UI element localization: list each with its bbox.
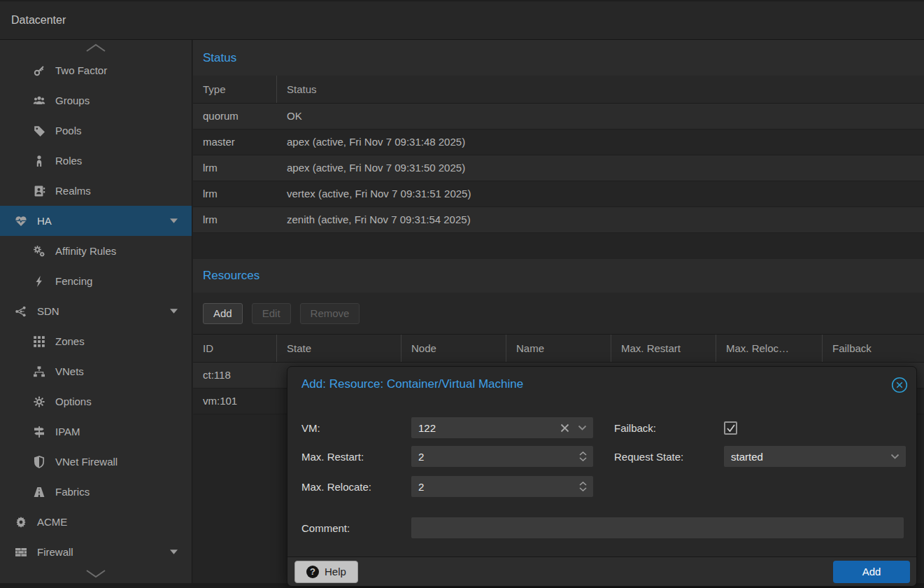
sidebar-item-realms[interactable]: Realms [0,176,192,206]
spinner-icons[interactable] [579,451,587,461]
sidebar-item-label: Pools [55,125,82,136]
max-restart-label: Max. Restart: [301,451,411,463]
dialog-add-button[interactable]: Add [833,561,910,583]
dialog-close-button[interactable] [890,375,909,394]
status-type-cell: master [193,130,277,155]
sidebar-scroll-down[interactable] [0,564,192,583]
status-value-cell: apex (active, Fri Nov 7 09:31:48 2025) [277,130,924,155]
sidebar-item-vnets[interactable]: VNets [0,356,192,386]
sidebar-item-fabrics[interactable]: Fabrics [0,477,192,507]
sidebar-item-groups[interactable]: Groups [0,85,192,115]
help-button[interactable]: ? Help [294,561,358,583]
status-type-cell: lrm [193,207,277,232]
caret-down-icon [170,309,178,314]
sidebar-item-ipam[interactable]: IPAM [0,416,192,447]
vm-label: VM: [301,422,411,434]
sitemap-icon [32,365,46,378]
status-row[interactable]: lrmvertex (active, Fri Nov 7 09:31:51 20… [193,181,924,207]
status-panel: Status TypeStatus quorumOKmasterapex (ac… [193,40,924,233]
bolt-icon [32,274,46,288]
max-restart-field-row: Max. Restart: 2 [301,446,593,467]
request-state-select[interactable]: started [724,446,906,467]
clear-icon[interactable] [560,424,569,433]
help-button-label: Help [325,566,346,578]
caret-down-icon [170,218,178,223]
check-icon [727,424,735,432]
sidebar-item-label: Affinity Rules [55,245,116,257]
resource-id-cell: vm:101 [193,388,277,414]
column-header[interactable]: Max. Reloc… [716,335,823,362]
column-header[interactable]: Max. Restart [611,335,716,362]
comment-field-row: Comment: [301,517,904,538]
firewall-icon [14,545,28,559]
app-window: Datacenter Two FactorGroupsPoolsRolesRea… [0,0,924,588]
sidebar-item-ha[interactable]: HA [0,206,192,236]
chevron-down-icon[interactable] [578,425,587,430]
column-header[interactable]: Node [401,335,506,362]
sidebar-item-affinity-rules[interactable]: Affinity Rules [0,236,192,266]
gears-icon [32,244,46,258]
max-relocate-value: 2 [418,481,574,493]
sidebar-item-label: VNets [55,365,84,377]
status-row[interactable]: lrmapex (active, Fri Nov 7 09:31:50 2025… [193,155,924,181]
key-icon [32,64,46,77]
sidebar-item-label: SDN [37,305,59,317]
status-panel-title: Status [203,51,236,65]
max-relocate-label: Max. Relocate: [301,481,411,493]
sidebar-item-firewall[interactable]: Firewall [0,537,192,567]
status-panel-header: Status [193,40,924,76]
resources-remove-button[interactable]: Remove [300,303,360,324]
sidebar-item-roles[interactable]: Roles [0,146,192,176]
sidebar-item-pools[interactable]: Pools [0,115,192,146]
resources-panel-header: Resources [193,259,924,293]
sidebar-item-sdn[interactable]: SDN [0,296,192,326]
resources-edit-button[interactable]: Edit [252,303,291,324]
sidebar-item-two-factor[interactable]: Two Factor [0,55,192,85]
status-row[interactable]: masterapex (active, Fri Nov 7 09:31:48 2… [193,130,924,155]
status-table: quorumOKmasterapex (active, Fri Nov 7 09… [193,104,924,233]
sidebar-item-label: VNet Firewall [55,456,118,468]
resources-panel-title: Resources [203,269,260,283]
road-icon [32,485,46,498]
chevron-down-icon [890,454,900,459]
resources-add-button[interactable]: Add [203,303,243,324]
header-bar: Datacenter [0,0,924,40]
comment-label: Comment: [301,522,411,534]
sidebar-item-label: Fabrics [55,486,90,498]
column-header[interactable]: Name [506,335,611,362]
sidebar-item-options[interactable]: Options [0,386,192,416]
status-row[interactable]: lrmzenith (active, Fri Nov 7 09:31:54 20… [193,207,924,233]
sidebar-item-zones[interactable]: Zones [0,326,192,356]
column-header[interactable]: ID [193,335,277,362]
column-header[interactable]: State [277,335,401,362]
column-header[interactable]: Type [193,76,277,103]
comment-input[interactable] [411,517,904,538]
vm-combobox[interactable]: 122 [411,417,593,438]
max-relocate-spinner[interactable]: 2 [411,476,593,497]
dialog-footer: ? Help Add [287,556,916,586]
status-type-cell: lrm [193,155,277,181]
column-header[interactable]: Status [277,76,924,103]
shield-icon [32,455,46,468]
column-header[interactable]: Failback [823,335,924,362]
sidebar-item-acme[interactable]: ACME [0,507,192,537]
request-state-label: Request State: [614,451,724,463]
sidebar-scroll-up[interactable] [0,40,192,55]
heartbeat-icon [14,214,28,227]
page-title: Datacenter [11,14,66,27]
users-icon [32,94,46,107]
max-restart-spinner[interactable]: 2 [411,446,593,467]
person-icon [32,154,46,167]
resources-toolbar: Add Edit Remove [193,293,924,335]
dialog-title: Add: Resource: Container/Virtual Machine [301,377,523,391]
help-icon: ? [306,566,319,578]
vm-value: 122 [418,422,552,434]
status-row[interactable]: quorumOK [193,104,924,130]
status-value-cell: zenith (active, Fri Nov 7 09:31:54 2025) [277,207,924,232]
status-value-cell: apex (active, Fri Nov 7 09:31:50 2025) [277,155,924,181]
sidebar-item-vnet-firewall[interactable]: VNet Firewall [0,447,192,477]
failback-checkbox[interactable] [724,421,737,435]
spinner-icons[interactable] [579,482,587,491]
sidebar-item-fencing[interactable]: Fencing [0,266,192,296]
resources-table-header: IDStateNodeNameMax. RestartMax. Reloc…Fa… [193,335,924,363]
